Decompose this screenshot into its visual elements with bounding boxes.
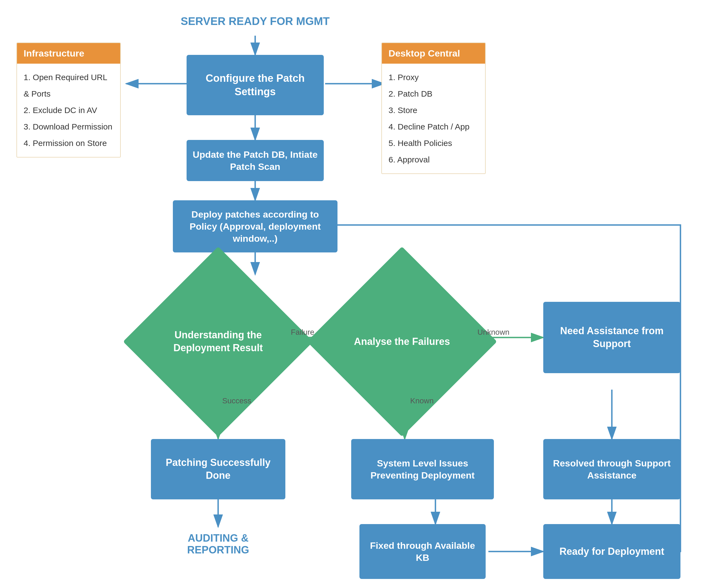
understanding-diamond-text: Understanding the Deployment Result [151,326,285,357]
configure-box: Configure the Patch Settings [187,55,324,115]
understanding-diamond: Understanding the Deployment Result [151,274,285,409]
success-label: Success [222,397,251,405]
infrastructure-body: 1. Open Required URL & Ports 2. Exclude … [17,64,120,157]
analyse-diamond: Analyse the Failures [335,274,469,409]
infra-item-3: 3. Download Permission [24,119,113,135]
dc-item-3: 3. Store [389,102,479,119]
main-title: SERVER READY FOR MGMT [173,15,337,27]
system-level-box: System Level Issues Preventing Deploymen… [351,439,494,499]
fixed-box: Fixed through Available KB [359,524,486,579]
need-assistance-box: Need Assistance from Support [543,302,680,373]
analyse-diamond-text: Analyse the Failures [351,333,453,351]
dc-item-2: 2. Patch DB [389,86,479,102]
infra-item-1: 1. Open Required URL & Ports [24,69,113,102]
unknown-label: Unknown [477,328,509,337]
infrastructure-header: Infrastructure [17,43,120,64]
desktop-central-panel: Desktop Central 1. Proxy 2. Patch DB 3. … [381,43,486,174]
update-box: Update the Patch DB, Intiate Patch Scan [187,140,324,181]
resolved-box: Resolved through Support Assistance [543,439,680,499]
infra-item-4: 4. Permission on Store [24,135,113,151]
deploy-box: Deploy patches according to Policy (Appr… [173,200,337,252]
infrastructure-panel: Infrastructure 1. Open Required URL & Po… [17,43,121,158]
desktop-central-body: 1. Proxy 2. Patch DB 3. Store 4. Decline… [382,64,485,173]
diagram-container: SERVER READY FOR MGMT Configure the Patc… [0,0,712,588]
desktop-central-header: Desktop Central [382,43,485,64]
failure-label: Failure [291,328,314,337]
dc-item-6: 6. Approval [389,151,479,168]
auditing-label: AUDITING & REPORTING [162,532,274,556]
dc-item-5: 5. Health Policies [389,135,479,151]
ready-box: Ready for Deployment [543,524,680,579]
dc-item-4: 4. Decline Patch / App [389,119,479,135]
infra-item-2: 2. Exclude DC in AV [24,102,113,119]
dc-item-1: 1. Proxy [389,69,479,86]
patching-done-box: Patching Successfully Done [151,439,285,499]
known-label: Known [410,397,434,405]
